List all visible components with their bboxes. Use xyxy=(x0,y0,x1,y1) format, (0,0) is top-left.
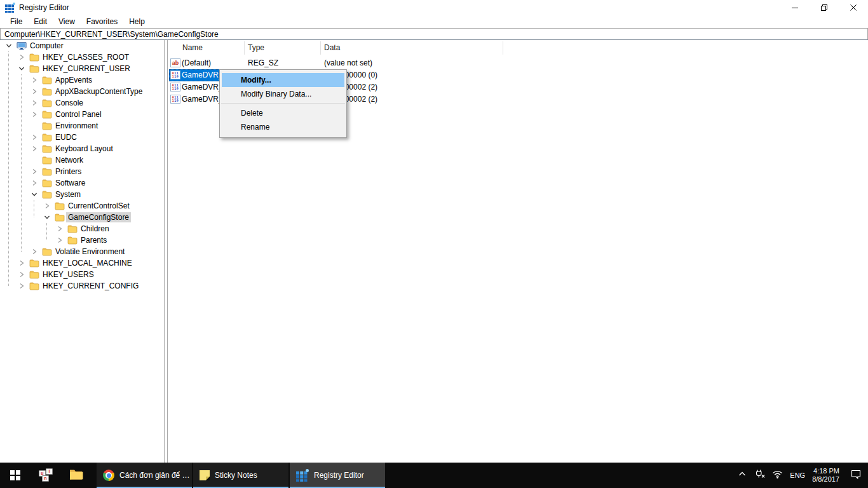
column-header-name[interactable]: Name xyxy=(182,43,203,52)
chevron-right-icon[interactable] xyxy=(56,236,64,244)
chevron-down-icon[interactable] xyxy=(31,191,38,198)
folder-icon xyxy=(55,201,65,211)
chevron-down-icon[interactable] xyxy=(18,65,25,72)
tree-item-environment[interactable]: Environment xyxy=(0,120,164,132)
title-bar: Registry Editor xyxy=(0,0,868,15)
clock-time: 4:18 PM xyxy=(812,467,839,475)
chevron-right-icon[interactable] xyxy=(56,225,64,233)
chevron-right-icon[interactable] xyxy=(31,145,38,152)
context-menu-item-modify[interactable]: Modify... xyxy=(222,73,344,87)
tree-item-label: HKEY_CURRENT_CONFIG xyxy=(41,281,140,291)
menu-edit[interactable]: Edit xyxy=(28,16,53,27)
column-separator[interactable] xyxy=(320,41,321,55)
menu-favorites[interactable]: Favorites xyxy=(81,16,123,27)
chevron-right-icon[interactable] xyxy=(18,259,25,267)
taskbar-button-registry-editor[interactable]: Registry Editor xyxy=(290,463,385,488)
value-row-default[interactable]: ab(Default)REG_SZ(value not set) xyxy=(168,57,868,69)
tree-item-eudc[interactable]: EUDC xyxy=(0,132,164,143)
chevron-right-icon[interactable] xyxy=(31,168,38,175)
tree-item-appxbackupcontenttype[interactable]: AppXBackupContentType xyxy=(0,86,164,97)
tree-item-network[interactable]: Network xyxy=(0,154,164,166)
system-tray: ENG 4:18 PM 8/8/2017 xyxy=(737,463,868,488)
value-type: REG_SZ xyxy=(248,58,278,67)
tree-item-console[interactable]: Console xyxy=(0,97,164,109)
tree-item-keyboard-layout[interactable]: Keyboard Layout xyxy=(0,143,164,154)
tree-item-printers[interactable]: Printers xyxy=(0,166,164,177)
column-separator[interactable] xyxy=(503,41,503,55)
folder-icon xyxy=(55,212,65,222)
tree-item-children[interactable]: Children xyxy=(0,223,164,234)
folder-icon xyxy=(67,224,78,234)
column-header-type[interactable]: Type xyxy=(248,43,264,52)
folder-icon xyxy=(42,132,52,142)
clock[interactable]: 4:18 PM 8/8/2017 xyxy=(812,467,839,484)
chevron-right-icon[interactable] xyxy=(31,76,38,84)
chevron-right-icon[interactable] xyxy=(31,111,38,118)
chevron-right-icon[interactable] xyxy=(31,133,38,141)
chevron-down-icon[interactable] xyxy=(5,42,13,50)
column-header-data[interactable]: Data xyxy=(324,43,340,52)
taskbar-button-label: Registry Editor xyxy=(314,471,364,480)
file-explorer-icon xyxy=(69,468,83,482)
wifi-icon[interactable] xyxy=(772,470,783,482)
power-plug-icon[interactable] xyxy=(754,469,765,482)
tree-item-label: GameConfigStore xyxy=(66,212,131,222)
tree-item-parents[interactable]: Parents xyxy=(0,234,164,246)
tray-chevron-up-icon[interactable] xyxy=(737,470,747,481)
folder-icon xyxy=(29,269,39,280)
folder-icon xyxy=(29,52,39,62)
tree-item-gameconfigstore[interactable]: GameConfigStore xyxy=(0,212,164,223)
chevron-right-icon[interactable] xyxy=(18,282,25,290)
chevron-right-icon[interactable] xyxy=(31,88,38,95)
menu-file[interactable]: File xyxy=(4,16,28,27)
window-controls xyxy=(780,0,868,15)
chevron-right-icon[interactable] xyxy=(18,271,25,278)
tree-item-label: Environment xyxy=(53,121,100,131)
context-menu-item-modify-binary-data[interactable]: Modify Binary Data... xyxy=(222,87,344,101)
task-buttons: Cách đơn giản để g...Sticky NotesRegistr… xyxy=(97,463,385,488)
tree-item-appevents[interactable]: AppEvents xyxy=(0,74,164,86)
value-data: (value not set) xyxy=(324,58,372,67)
dword-value-icon: 011110 xyxy=(170,71,180,79)
minimize-button[interactable] xyxy=(780,0,810,15)
close-button[interactable] xyxy=(839,0,868,15)
tree-item-volatile-environment[interactable]: Volatile Environment xyxy=(0,246,164,257)
folder-icon xyxy=(42,166,52,177)
chevron-down-icon[interactable] xyxy=(43,214,51,221)
tree-item-software[interactable]: Software xyxy=(0,177,164,189)
start-button[interactable] xyxy=(0,463,31,488)
chevron-right-icon[interactable] xyxy=(43,202,51,210)
taskbar-button-sticky-notes[interactable]: Sticky Notes xyxy=(193,463,288,488)
tree-item-hkey-current-user[interactable]: HKEY_CURRENT_USER xyxy=(0,63,164,74)
tree-item-hkey-current-config[interactable]: HKEY_CURRENT_CONFIG xyxy=(0,280,164,292)
restore-button[interactable] xyxy=(810,0,839,15)
tree-item-hkey-users[interactable]: HKEY_USERS xyxy=(0,269,164,280)
chevron-right-icon[interactable] xyxy=(31,248,38,255)
tree-item-currentcontrolset[interactable]: CurrentControlSet xyxy=(0,200,164,212)
language-indicator[interactable]: ENG xyxy=(790,471,805,479)
tree-item-control-panel[interactable]: Control Panel xyxy=(0,109,164,120)
tree-item-label: Network xyxy=(53,155,85,165)
tree-item-label: CurrentControlSet xyxy=(66,201,132,211)
file-explorer-button[interactable] xyxy=(61,463,92,488)
menu-help[interactable]: Help xyxy=(123,16,151,27)
tree-item-system[interactable]: System xyxy=(0,189,164,200)
address-bar[interactable]: Computer\HKEY_CURRENT_USER\System\GameCo… xyxy=(0,28,868,40)
registry-editor-icon xyxy=(296,469,309,482)
column-separator[interactable] xyxy=(244,41,245,55)
context-menu-item-delete[interactable]: Delete xyxy=(222,106,344,120)
context-menu-item-rename[interactable]: Rename xyxy=(222,120,344,134)
taskbar-button-c-ch-n-gi-n-g[interactable]: Cách đơn giản để g... xyxy=(97,463,192,488)
tree-item-hkey-local-machine[interactable]: HKEY_LOCAL_MACHINE xyxy=(0,257,164,269)
chevron-right-icon[interactable] xyxy=(31,179,38,187)
tree-guide-line xyxy=(34,200,34,217)
chevron-right-icon[interactable] xyxy=(31,99,38,107)
tree-item-hkey-classes-root[interactable]: HKEY_CLASSES_ROOT xyxy=(0,51,164,63)
chevron-right-icon[interactable] xyxy=(18,53,25,61)
menu-view[interactable]: View xyxy=(53,16,81,27)
taskbar-button-label: Sticky Notes xyxy=(215,471,257,480)
tree-item-computer[interactable]: Computer xyxy=(0,40,164,51)
action-center-icon[interactable] xyxy=(850,469,862,482)
unikey-button[interactable]: u i n xyxy=(31,463,61,488)
tree-item-label: Parents xyxy=(79,235,109,245)
